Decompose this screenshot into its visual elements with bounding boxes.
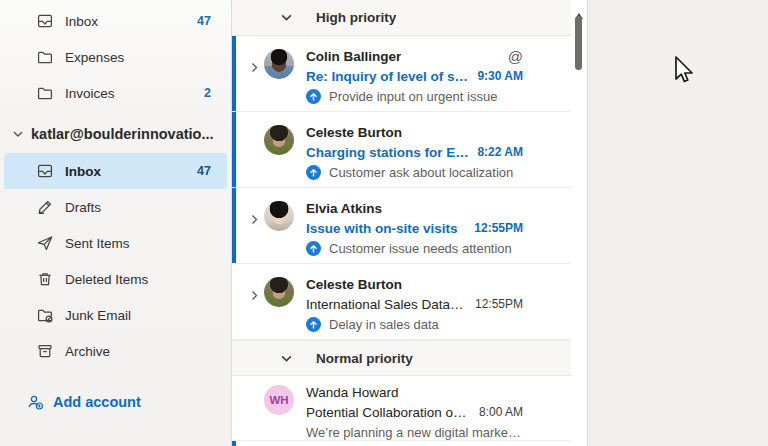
- folder-icon: [36, 48, 54, 66]
- sidebar-folder-drafts[interactable]: Drafts: [4, 189, 227, 225]
- sidebar-folder-invoices[interactable]: Invoices 2: [4, 75, 227, 111]
- email-subject: Charging stations for Europ...: [306, 145, 469, 160]
- scrollbar-thumb[interactable]: [575, 16, 582, 70]
- folder-label: Sent Items: [65, 236, 203, 251]
- received-time: 8:22 AM: [469, 145, 523, 159]
- sidebar-folder-archive[interactable]: Archive: [4, 333, 227, 369]
- add-account-label: Add account: [53, 394, 141, 410]
- mouse-cursor-icon: [673, 55, 693, 85]
- trash-icon: [36, 270, 54, 288]
- message-list-items: High priority Colin Ballinger @ Re: Inqu…: [232, 0, 571, 446]
- unread-indicator-bar: [232, 441, 236, 446]
- email-list-item[interactable]: Elvia Atkins @ Issue with on-site visits…: [232, 188, 571, 264]
- received-time: 12:55PM: [467, 297, 523, 311]
- folder-label: Junk Email: [65, 308, 203, 323]
- person-add-icon: [26, 393, 44, 411]
- archive-icon: [36, 342, 54, 360]
- folder-label: Inbox: [65, 164, 189, 179]
- sender-name: Colin Ballinger: [306, 49, 401, 64]
- priority-group-label: High priority: [316, 10, 396, 25]
- chevron-down-icon: [280, 352, 293, 365]
- account-email-label: katlar@boulderinnovatio...: [31, 126, 214, 142]
- sender-avatar: WH: [264, 385, 294, 415]
- folder-label: Drafts: [65, 200, 203, 215]
- priority-group-header[interactable]: Normal priority: [232, 340, 571, 376]
- add-account-button[interactable]: Add account: [0, 388, 231, 416]
- reading-pane[interactable]: [588, 0, 768, 446]
- folder-label: Invoices: [65, 86, 196, 101]
- folder-sidebar: Inbox 47 Expenses Invoices 2 katlar@boul…: [0, 0, 232, 446]
- priority-up-icon: [306, 165, 321, 180]
- unread-count-badge: 47: [197, 14, 211, 28]
- email-list-item[interactable]: Celeste Burton @ Charging stations for E…: [232, 112, 571, 188]
- expand-conversation-chevron-icon[interactable]: [244, 52, 264, 82]
- inbox-icon: [36, 162, 54, 180]
- email-subject: Re: Inquiry of level of su... (2): [306, 69, 469, 84]
- unread-indicator-bar: [232, 188, 236, 263]
- priority-group-label: Normal priority: [316, 351, 413, 366]
- sender-name: Celeste Burton: [306, 125, 402, 140]
- folder-icon: [36, 84, 54, 102]
- received-time: 8:00 AM: [471, 405, 523, 419]
- folder-label: Expenses: [65, 50, 203, 65]
- email-preview-text: Customer issue needs attention: [329, 241, 512, 256]
- sidebar-folder-junk-email[interactable]: Junk Email: [4, 297, 227, 333]
- mail-app-window: Inbox 47 Expenses Invoices 2 katlar@boul…: [0, 0, 768, 446]
- account-header[interactable]: katlar@boulderinnovatio...: [0, 111, 231, 153]
- message-list-scrollbar[interactable]: [573, 0, 585, 446]
- sidebar-folder-inbox[interactable]: Inbox 47: [4, 153, 227, 189]
- next-email-partial-row[interactable]: [232, 441, 571, 446]
- email-subject: Issue with on-site visits: [306, 221, 458, 236]
- received-time: 9:30 AM: [469, 69, 523, 83]
- sender-avatar: [264, 201, 294, 231]
- folder-label: Deleted Items: [65, 272, 203, 287]
- email-subject: Potential Collaboration on Digit...: [306, 405, 471, 420]
- sidebar-folder-sent-items[interactable]: Sent Items: [4, 225, 227, 261]
- send-icon: [36, 234, 54, 252]
- sender-avatar: [264, 49, 294, 79]
- sidebar-top-folders: Inbox 47 Expenses Invoices 2: [0, 3, 231, 111]
- sender-name: Celeste Burton: [306, 277, 402, 292]
- unread-indicator-bar: [232, 36, 236, 111]
- unread-count-badge: 2: [204, 86, 211, 100]
- email-list-item[interactable]: Colin Ballinger @ Re: Inquiry of level o…: [232, 36, 571, 112]
- scroll-up-arrow-icon[interactable]: [575, 5, 583, 11]
- sidebar-account-folders: Inbox 47 Drafts Sent Items Deleted Items…: [0, 153, 231, 369]
- chevron-down-icon: [12, 128, 24, 140]
- email-preview-text: Delay in sales data: [329, 317, 439, 332]
- email-list-item[interactable]: Celeste Burton @ International Sales Dat…: [232, 264, 571, 340]
- sidebar-folder-expenses[interactable]: Expenses: [4, 39, 227, 75]
- email-preview-text: Customer ask about localization: [329, 165, 513, 180]
- inbox-icon: [36, 12, 54, 30]
- chevron-down-icon: [280, 11, 293, 24]
- folder-label: Archive: [65, 344, 203, 359]
- received-time: 12:55PM: [466, 221, 523, 235]
- sender-avatar: [264, 277, 294, 307]
- expand-conversation-chevron-icon[interactable]: [244, 204, 264, 234]
- priority-group-header[interactable]: High priority: [232, 0, 571, 36]
- priority-up-icon: [306, 317, 321, 332]
- sender-avatar: [264, 125, 294, 155]
- message-list-pane: High priority Colin Ballinger @ Re: Inqu…: [232, 0, 588, 446]
- junk-folder-icon: [36, 306, 54, 324]
- priority-up-icon: [306, 241, 321, 256]
- mention-at-icon: @: [508, 49, 523, 64]
- email-preview-text: We’re planning a new digital marketin...: [306, 425, 523, 440]
- email-list-item[interactable]: WH Wanda Howard @ Potential Collaboratio…: [232, 376, 571, 441]
- unread-count-badge: 47: [197, 164, 211, 178]
- email-subject: International Sales Data Sync D...: [306, 297, 467, 312]
- sidebar-folder-deleted-items[interactable]: Deleted Items: [4, 261, 227, 297]
- sender-name: Wanda Howard: [306, 385, 399, 400]
- expand-conversation-chevron-icon[interactable]: [244, 280, 264, 310]
- sidebar-folder-inbox[interactable]: Inbox 47: [4, 3, 227, 39]
- sender-name: Elvia Atkins: [306, 201, 382, 216]
- drafts-icon: [36, 198, 54, 216]
- folder-label: Inbox: [65, 14, 189, 29]
- unread-indicator-bar: [232, 112, 236, 187]
- priority-up-icon: [306, 89, 321, 104]
- email-preview-text: Provide input on urgent issue: [329, 89, 497, 104]
